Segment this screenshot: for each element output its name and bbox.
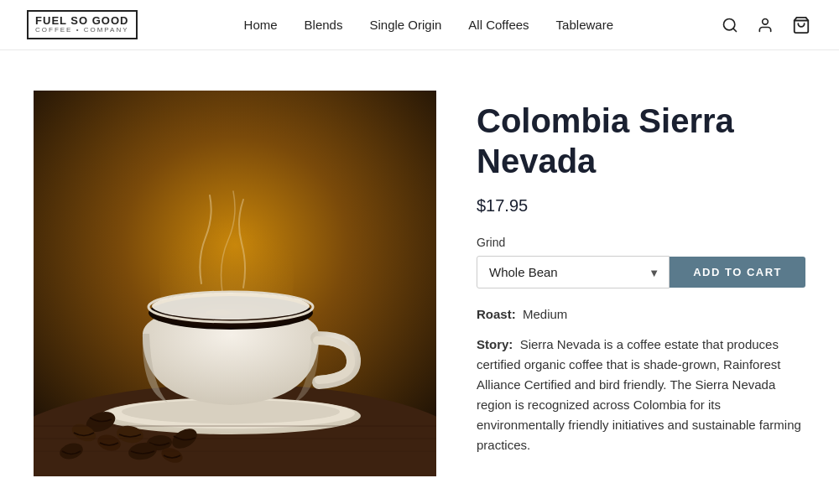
person-icon [757, 17, 774, 34]
site-logo[interactable]: FUEL SO GOOD COFFEE • COMPANY [27, 10, 138, 39]
search-icon [722, 17, 738, 34]
product-title: Colombia Sierra Nevada [477, 101, 805, 181]
product-roast: Roast: Medium [477, 307, 805, 321]
product-story: Story: Sierra Nevada is a coffee estate … [477, 335, 805, 455]
coffee-illustration [34, 91, 436, 476]
search-button[interactable] [720, 15, 740, 35]
product-image [34, 91, 436, 476]
login-button[interactable] [755, 15, 775, 35]
add-to-cart-button[interactable]: ADD TO CART [670, 257, 805, 288]
main-nav: Home Blends Single Origin All Coffees Ta… [244, 18, 613, 32]
nav-item-single-origin[interactable]: Single Origin [369, 18, 441, 32]
product-page: Colombia Sierra Nevada $17.95 Grind Whol… [0, 50, 839, 504]
nav-item-blends[interactable]: Blends [305, 18, 343, 32]
story-label: Story: [477, 337, 513, 351]
nav-item-home[interactable]: Home [244, 18, 278, 32]
grind-select[interactable]: Whole Bean Drip Espresso French Press Co… [477, 256, 670, 288]
svg-line-1 [733, 28, 737, 31]
nav-item-tableware[interactable]: Tableware [556, 18, 613, 32]
product-image-section [34, 91, 436, 476]
svg-point-2 [763, 18, 769, 24]
grind-label: Grind [477, 236, 805, 249]
story-text: Sierra Nevada is a coffee estate that pr… [477, 337, 801, 452]
nav-item-all-coffees[interactable]: All Coffees [468, 18, 529, 32]
site-header: FUEL SO GOOD COFFEE • COMPANY Home Blend… [0, 0, 839, 50]
grind-select-wrapper: Whole Bean Drip Espresso French Press Co… [477, 256, 670, 288]
roast-label: Roast: [477, 307, 516, 321]
product-price: $17.95 [477, 196, 805, 216]
roast-value: Medium [523, 307, 567, 321]
grind-row: Whole Bean Drip Espresso French Press Co… [477, 256, 805, 288]
svg-point-16 [152, 293, 310, 320]
logo-line1: FUEL SO GOOD [35, 15, 129, 27]
product-details: Colombia Sierra Nevada $17.95 Grind Whol… [477, 91, 805, 476]
header-actions [720, 14, 812, 36]
logo-line2: COFFEE • COMPANY [35, 27, 129, 34]
cart-button[interactable] [790, 14, 812, 36]
cart-icon [792, 16, 810, 34]
